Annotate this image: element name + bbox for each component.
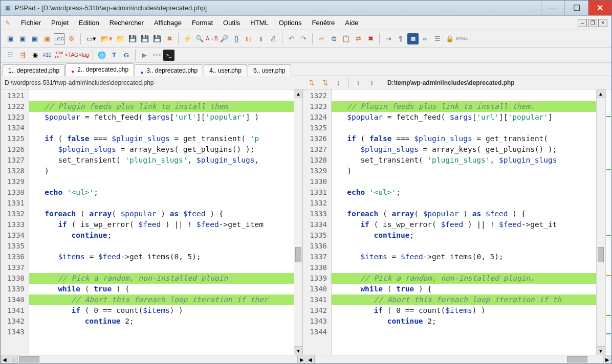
t-icon[interactable]: T — [108, 50, 120, 61]
scroll-down-icon[interactable]: ▼ — [597, 346, 605, 355]
code-line[interactable]: if ( 0 == count($items) ) — [29, 305, 294, 316]
outline-icon[interactable]: ☷ — [5, 50, 16, 61]
code-line[interactable]: // Pick a random, non-installed plugin — [29, 273, 294, 284]
close-file-icon[interactable]: ✖ — [164, 33, 175, 44]
code-line[interactable]: while ( true ) { — [29, 284, 294, 294]
code-line[interactable]: $popular = fetch_feed( $args['url']['pop… — [332, 112, 596, 123]
tab[interactable]: 2.. deprecated.php — [65, 63, 134, 76]
vscroll-thumb[interactable] — [295, 247, 301, 262]
code-line[interactable]: foreach ( array( $popular ) as $feed ) { — [29, 209, 294, 219]
google-icon[interactable]: G — [121, 50, 132, 61]
hscroll-right[interactable]: ◀ ▶ — [306, 355, 611, 363]
spell-icon[interactable]: SPELL — [456, 33, 468, 44]
code-line[interactable]: continue; — [332, 230, 596, 241]
code-line[interactable]: set_transient( 'plugin_slugs', $plugin_s… — [332, 155, 596, 166]
code-line[interactable]: } — [332, 166, 596, 176]
scroll-right-icon[interactable]: ▶ — [297, 355, 306, 364]
swap-icon[interactable]: ⇄ — [353, 33, 364, 44]
binary-icon[interactable]: 1010 — [151, 50, 162, 61]
code-line[interactable] — [332, 241, 596, 252]
pilcrow-icon[interactable]: ¶ — [395, 33, 406, 44]
edit-icon[interactable]: ✎ — [4, 19, 12, 27]
code-line[interactable]: $plugin_slugs = array_keys( get_plugins(… — [332, 144, 596, 155]
redo-icon[interactable]: ↷ — [298, 33, 309, 44]
code-line[interactable]: foreach ( array( $popular ) as $feed ) { — [332, 209, 596, 219]
delete-icon[interactable]: ✖ — [365, 33, 376, 44]
play-icon[interactable]: ▶ — [139, 50, 150, 61]
vscroll-right[interactable]: ▲ ▼ — [596, 89, 605, 355]
log-icon[interactable]: LOG — [54, 33, 65, 44]
menu-edition[interactable]: Edition — [74, 17, 104, 29]
cut-icon[interactable]: ✂ — [316, 33, 327, 44]
project-open-icon[interactable]: ▣ — [17, 33, 28, 44]
code-line[interactable] — [332, 176, 596, 187]
code-line[interactable]: // Plugin feeds plus link to install the… — [29, 101, 294, 112]
menu-rechercher[interactable]: Rechercher — [104, 17, 149, 29]
code-line[interactable]: echo '<ul>'; — [332, 187, 596, 198]
tab[interactable]: 4.. user.php — [204, 64, 247, 76]
copy-icon[interactable]: ⧉ — [328, 33, 339, 44]
split-v-icon[interactable]: ⫿ — [366, 77, 377, 88]
open-folder-icon[interactable]: 📁 — [115, 33, 126, 44]
vscroll-thumb[interactable] — [598, 247, 604, 262]
code-line[interactable] — [332, 198, 596, 209]
nav-icon[interactable]: ↕ — [333, 77, 344, 88]
menu-format[interactable]: Format — [187, 17, 218, 29]
save-all-icon[interactable]: 💾 — [139, 33, 150, 44]
doc-close-button[interactable]: × — [598, 19, 607, 27]
scroll-up-icon[interactable]: ▲ — [294, 89, 302, 98]
sync-up-icon[interactable]: ⇅ — [319, 77, 331, 88]
vscroll-left[interactable]: ▲ ▼ — [294, 89, 302, 355]
menu-projet[interactable]: Projet — [46, 17, 74, 29]
minimize-button[interactable]: — — [541, 1, 564, 15]
sync-down-icon[interactable]: ⇅ — [306, 77, 317, 88]
menu-affichage[interactable]: Affichage — [149, 17, 187, 29]
hscroll-left[interactable]: ◀ ⫼ ▶ — [1, 355, 306, 363]
code-line[interactable]: // Pick a random, non-installed plugin. — [332, 273, 596, 284]
folder-icon[interactable]: ▣ — [41, 33, 53, 44]
scroll-left-icon[interactable]: ◀ — [306, 355, 315, 364]
compare-icon[interactable]: ⫿⫿ — [243, 33, 254, 44]
undo-icon[interactable]: ↶ — [286, 33, 297, 44]
tab[interactable]: 1.. deprecated.php — [3, 64, 65, 76]
code-line[interactable]: $items = $feed->get_items(0, 5); — [332, 252, 596, 262]
terminal-icon[interactable]: >_ — [163, 50, 174, 61]
html-txt-icon[interactable]: HTMLTXT — [54, 50, 65, 61]
settings-icon[interactable]: ⚙ — [66, 33, 77, 44]
code-line[interactable]: // Abort this foreach loop iteration if … — [332, 294, 596, 305]
menu-aide[interactable]: Aide — [340, 17, 363, 29]
code-line[interactable]: if ( is_wp_error( $feed ) || ! $feed->ge… — [29, 219, 294, 230]
scroll-right-icon[interactable]: ▶ — [603, 355, 611, 364]
brackets-icon[interactable]: {} — [231, 33, 242, 44]
code-line[interactable]: if ( false === $plugin_slugs = get_trans… — [332, 133, 596, 144]
maximize-button[interactable]: ☐ — [564, 1, 588, 15]
code-line[interactable] — [332, 90, 596, 101]
save-as-icon[interactable]: 💾 — [151, 33, 163, 44]
pie-chart-icon[interactable]: ◉ — [29, 50, 40, 61]
code-line[interactable]: echo '<ul>'; — [29, 187, 294, 198]
scroll-handle-icon[interactable]: ⫼ — [9, 355, 18, 364]
code-line[interactable] — [29, 327, 294, 337]
code-line[interactable] — [29, 123, 294, 133]
tab[interactable]: 5.. user.php — [248, 64, 291, 76]
code-line[interactable] — [332, 123, 596, 133]
code-line[interactable]: set_transient( 'plugin_slugs', $plugin_s… — [29, 155, 294, 166]
hash-icon[interactable]: #10 — [41, 50, 53, 61]
scroll-up-icon[interactable]: ▲ — [597, 89, 605, 98]
menu-fenêtre[interactable]: Fenêtre — [307, 17, 340, 29]
code-line[interactable] — [29, 90, 294, 101]
tree-icon[interactable]: ⇶ — [17, 50, 28, 61]
doc-minimize-button[interactable]: – — [578, 19, 587, 27]
globe-icon[interactable]: 🌐 — [96, 50, 107, 61]
lock-icon[interactable]: 🔒 — [444, 33, 455, 44]
new-file-icon[interactable]: ▭▾ — [84, 33, 98, 44]
project-save-icon[interactable]: ▣ — [29, 33, 40, 44]
paste-icon[interactable]: 📋 — [340, 33, 352, 44]
scroll-left-icon[interactable]: ◀ — [1, 355, 9, 364]
code-right[interactable]: // Plugin feeds plus link to install the… — [332, 89, 596, 355]
code-line[interactable]: while ( true ) { — [332, 284, 596, 294]
wrap-icon[interactable]: ≣ — [407, 33, 419, 44]
code-line[interactable] — [29, 198, 294, 209]
code-line[interactable]: continue 2; — [29, 316, 294, 327]
hscroll-thumb[interactable] — [19, 356, 39, 362]
